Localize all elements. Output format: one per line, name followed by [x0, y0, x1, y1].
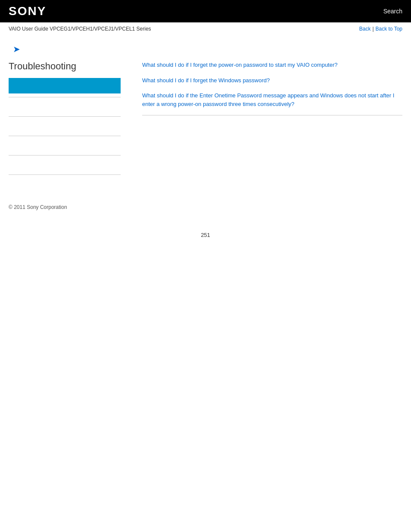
breadcrumb: VAIO User Guide VPCEG1/VPCEH1/VPCEJ1/VPC… [9, 26, 151, 32]
content-link-2[interactable]: What should I do if I forget the Windows… [142, 76, 402, 85]
sidebar-item-3[interactable] [9, 120, 121, 132]
sidebar-divider-2 [9, 116, 121, 117]
sidebar-selected-item[interactable] [9, 78, 121, 93]
sidebar-divider-4 [9, 155, 121, 156]
page-number: 251 [0, 219, 411, 247]
main-content: ➤ Troubleshooting What should I do if I … [0, 35, 411, 187]
sidebar-divider-5 [9, 174, 121, 175]
nav-separator: | [372, 26, 374, 32]
footer: © 2011 Sony Corporation [0, 196, 411, 219]
sony-logo: SONY [9, 4, 46, 18]
content-link-3[interactable]: What should I do if the Enter Onetime Pa… [142, 91, 402, 108]
sidebar-item-5[interactable] [9, 159, 121, 171]
search-button[interactable]: Search [383, 8, 402, 15]
sidebar-divider-3 [9, 136, 121, 136]
content-divider [142, 115, 402, 115]
content-area: What should I do if I forget the power-o… [142, 61, 402, 178]
sidebar-title: Troubleshooting [9, 61, 129, 72]
sidebar-item-4[interactable] [9, 140, 121, 152]
nav-links: Back | Back to Top [359, 26, 402, 32]
sidebar-item-2[interactable] [9, 101, 121, 113]
content-link-1[interactable]: What should I do if I forget the power-o… [142, 61, 402, 69]
copyright-text: © 2011 Sony Corporation [9, 204, 67, 210]
back-link[interactable]: Back [359, 26, 371, 32]
nav-bar: VAIO User Guide VPCEG1/VPCEH1/VPCEJ1/VPC… [0, 22, 411, 35]
sidebar-divider-1 [9, 97, 121, 97]
two-col-layout: Troubleshooting What should I do if I fo… [9, 61, 402, 178]
back-to-top-link[interactable]: Back to Top [376, 26, 402, 32]
header: SONY Search [0, 0, 411, 22]
sidebar: Troubleshooting [9, 61, 129, 178]
arrow-icon: ➤ [13, 44, 402, 54]
